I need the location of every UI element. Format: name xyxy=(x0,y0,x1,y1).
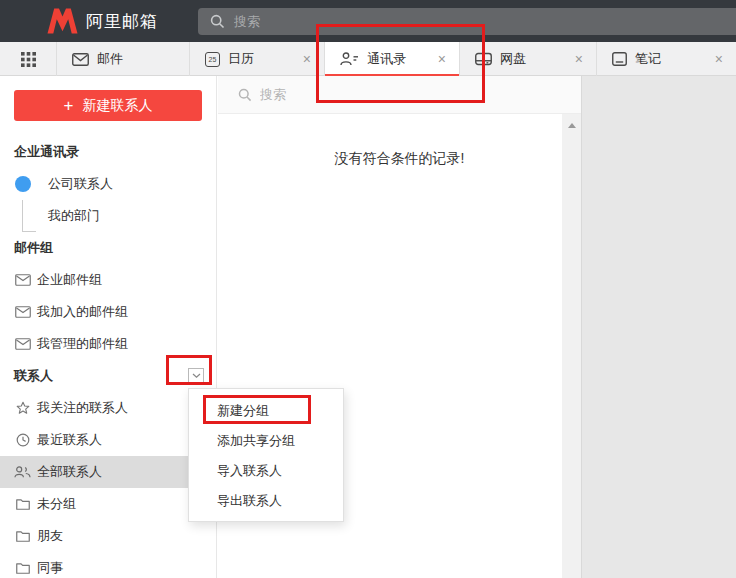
close-icon[interactable]: × xyxy=(303,52,311,66)
sidebar-item-ungrouped[interactable]: 未分组 xyxy=(0,488,216,520)
sidebar-item-enterprise-mail-group[interactable]: 企业邮件组 xyxy=(0,264,216,296)
mail-group-icon xyxy=(14,306,31,318)
drive-icon xyxy=(475,52,492,66)
app-grid-button[interactable] xyxy=(0,42,57,76)
section-header-mail-groups: 邮件组 xyxy=(0,232,216,264)
chevron-down-icon xyxy=(192,373,201,379)
scroll-up-icon[interactable] xyxy=(568,123,576,128)
tab-label: 网盘 xyxy=(500,50,526,68)
close-icon[interactable]: × xyxy=(715,52,723,66)
global-search-input[interactable] xyxy=(234,14,736,29)
contacts-search-input[interactable] xyxy=(260,87,581,102)
search-icon xyxy=(210,14,225,29)
tab-label: 笔记 xyxy=(635,50,661,68)
sidebar-item-company-contacts[interactable]: 公司联系人 xyxy=(0,168,216,200)
grid-icon xyxy=(21,52,36,67)
people-icon xyxy=(14,466,31,478)
scrollbar[interactable] xyxy=(562,114,581,578)
tab-contacts[interactable]: 通讯录 × xyxy=(325,42,460,76)
mail-icon xyxy=(72,53,89,66)
search-icon xyxy=(238,88,252,102)
app-logo[interactable]: 阿里邮箱 xyxy=(47,8,158,34)
contacts-search-box[interactable] xyxy=(218,76,581,114)
section-header-contacts: 联系人 xyxy=(0,360,216,392)
tab-calendar[interactable]: 25 日历 × xyxy=(190,42,325,76)
sidebar: + 新建联系人 企业通讯录 公司联系人 我的部门 邮件组 企业邮件组 xyxy=(0,76,217,578)
detail-placeholder-panel xyxy=(581,76,736,578)
menu-item-new-group[interactable]: 新建分组 xyxy=(189,396,343,426)
tab-label: 日历 xyxy=(228,50,254,68)
sidebar-list: 企业通讯录 公司联系人 我的部门 邮件组 企业邮件组 xyxy=(0,136,216,578)
close-icon[interactable]: × xyxy=(575,52,583,66)
empty-state: 没有符合条件的记录! xyxy=(218,114,581,168)
sidebar-item-recent-contacts[interactable]: 最近联系人 xyxy=(0,424,216,456)
calendar-icon: 25 xyxy=(205,52,220,67)
empty-message: 没有符合条件的记录! xyxy=(218,150,581,168)
menu-item-import-contacts[interactable]: 导入联系人 xyxy=(189,456,343,486)
plus-icon: + xyxy=(64,97,74,114)
sidebar-item-joined-mail-groups[interactable]: 我加入的邮件组 xyxy=(0,296,216,328)
sidebar-item-my-department[interactable]: 我的部门 xyxy=(0,200,216,232)
tab-notes[interactable]: 笔记 × xyxy=(597,42,736,76)
tab-bar: 邮件 25 日历 × 通讯录 × xyxy=(0,42,736,76)
folder-icon xyxy=(14,530,31,542)
calendar-icon-number: 25 xyxy=(209,56,217,63)
alimail-app-window: 阿里邮箱 xyxy=(0,0,736,578)
new-contact-button-label: 新建联系人 xyxy=(82,97,152,115)
menu-item-add-shared-group[interactable]: 添加共享分组 xyxy=(189,426,343,456)
notes-icon xyxy=(612,52,627,66)
section-header-enterprise-directory: 企业通讯录 xyxy=(0,136,216,168)
global-search-box[interactable] xyxy=(198,8,736,35)
menu-item-export-contacts[interactable]: 导出联系人 xyxy=(189,486,343,516)
contacts-group-menu-button[interactable] xyxy=(188,368,204,384)
sidebar-item-managed-mail-groups[interactable]: 我管理的邮件组 xyxy=(0,328,216,360)
clock-icon xyxy=(14,433,31,447)
sidebar-item-colleagues[interactable]: 同事 xyxy=(0,552,216,578)
blue-dot-icon xyxy=(15,176,31,192)
mail-group-icon xyxy=(14,338,31,350)
folder-icon xyxy=(14,498,31,510)
tab-drive[interactable]: 网盘 × xyxy=(460,42,597,76)
new-contact-button[interactable]: + 新建联系人 xyxy=(14,90,202,121)
tab-label: 邮件 xyxy=(97,50,123,68)
folder-icon xyxy=(14,562,31,574)
sidebar-item-friends[interactable]: 朋友 xyxy=(0,520,216,552)
star-icon xyxy=(14,401,31,415)
contacts-icon xyxy=(340,52,359,66)
close-icon[interactable]: × xyxy=(438,52,446,66)
tab-mail[interactable]: 邮件 xyxy=(57,42,190,76)
app-title: 阿里邮箱 xyxy=(86,10,158,33)
sidebar-item-starred-contacts[interactable]: 我关注的联系人 xyxy=(0,392,216,424)
mail-group-icon xyxy=(14,274,31,286)
tab-label: 通讯录 xyxy=(367,50,406,68)
alimail-m-logo-icon xyxy=(47,8,78,34)
top-bar: 阿里邮箱 xyxy=(0,0,736,42)
sidebar-item-all-contacts[interactable]: 全部联系人 xyxy=(0,456,216,488)
contacts-group-menu: 新建分组 添加共享分组 导入联系人 导出联系人 xyxy=(188,388,344,522)
